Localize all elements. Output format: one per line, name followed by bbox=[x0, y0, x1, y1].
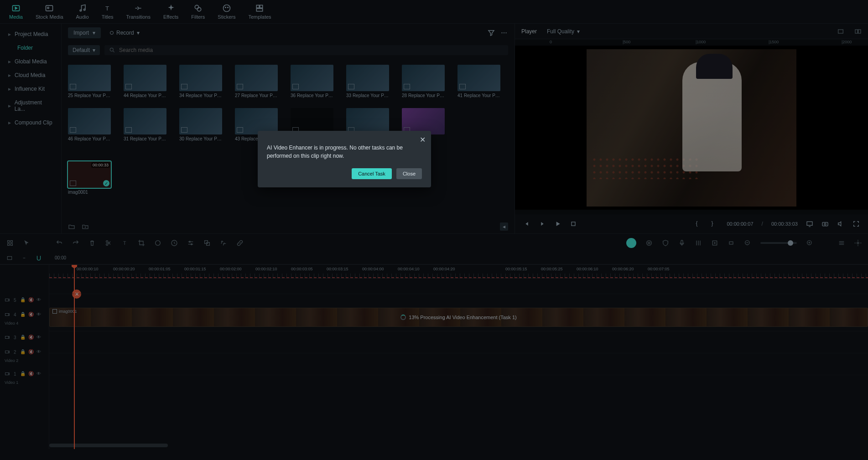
track-head-1[interactable]: 1🔒🔇👁Video 1 bbox=[0, 367, 49, 389]
folder-add-icon[interactable] bbox=[82, 223, 89, 230]
sort-dropdown[interactable]: Default▾ bbox=[68, 45, 100, 55]
track-row[interactable] bbox=[49, 331, 868, 353]
prev-frame-icon[interactable] bbox=[523, 220, 530, 227]
track-head-3[interactable]: 3🔒🔇👁 bbox=[0, 330, 49, 345]
list-icon[interactable] bbox=[838, 239, 845, 247]
sidebar-item-adjustment-layer[interactable]: ▸Adjustment La... bbox=[0, 96, 61, 116]
tab-stickers[interactable]: Stickers bbox=[218, 4, 235, 20]
lock-track-icon[interactable] bbox=[6, 255, 13, 261]
media-item[interactable]: 27 Replace Your Photo bbox=[235, 65, 278, 98]
tab-titles[interactable]: T Titles bbox=[102, 4, 114, 20]
folder-icon[interactable] bbox=[68, 223, 75, 230]
target-icon[interactable] bbox=[645, 239, 653, 247]
ratio-icon[interactable] bbox=[837, 28, 844, 35]
media-item[interactable]: 34 Replace Your Photo bbox=[179, 65, 222, 98]
eye-icon[interactable]: 👁 bbox=[36, 312, 42, 317]
cancel-task-button[interactable]: Cancel Task bbox=[352, 168, 392, 179]
sidebar-item-global-media[interactable]: ▸Global Media bbox=[0, 55, 61, 68]
split-icon[interactable] bbox=[105, 239, 112, 247]
record-button[interactable]: Record▾ bbox=[105, 27, 144, 38]
eye-icon[interactable]: 👁 bbox=[36, 349, 42, 355]
lock-icon[interactable]: 🔒 bbox=[20, 371, 26, 377]
zoom-slider[interactable] bbox=[760, 242, 797, 244]
link-track-icon[interactable] bbox=[21, 255, 27, 261]
stop-icon[interactable] bbox=[570, 220, 577, 227]
video-clip[interactable]: imag0001 13% Processing AI Video Enhance… bbox=[49, 308, 868, 327]
mute-icon[interactable]: 🔇 bbox=[28, 371, 34, 377]
delete-icon[interactable] bbox=[88, 239, 96, 247]
quality-dropdown[interactable]: Full Quality▾ bbox=[547, 28, 580, 35]
adjust-icon[interactable] bbox=[187, 239, 194, 247]
track-head-2[interactable]: 2🔒🔇👁Video 2 bbox=[0, 345, 49, 367]
close-icon[interactable]: ✕ bbox=[420, 135, 426, 144]
media-item[interactable]: 36 Replace Your Photo bbox=[291, 65, 333, 98]
mic-icon[interactable] bbox=[678, 239, 686, 247]
eye-icon[interactable]: 👁 bbox=[36, 335, 42, 340]
media-item-selected[interactable]: 00:00:33 ✓ imag0001 bbox=[68, 161, 111, 195]
zoom-out-icon[interactable] bbox=[744, 239, 751, 247]
tab-media[interactable]: Media bbox=[9, 4, 23, 20]
player-canvas[interactable] bbox=[515, 46, 868, 210]
undo-icon[interactable] bbox=[56, 239, 63, 247]
lock-icon[interactable]: 🔒 bbox=[20, 297, 26, 303]
mark-in-icon[interactable]: { bbox=[696, 220, 703, 227]
sidebar-item-project-media[interactable]: ▸Project Media bbox=[0, 27, 61, 41]
sidebar-item-compound-clip[interactable]: ▸Compound Clip bbox=[0, 116, 61, 129]
horizontal-scrollbar[interactable] bbox=[49, 444, 168, 447]
redo-icon[interactable] bbox=[72, 239, 79, 247]
media-item[interactable]: 25 Replace Your Photo bbox=[68, 65, 111, 98]
speed-icon[interactable] bbox=[171, 239, 178, 247]
text-icon[interactable]: T bbox=[121, 239, 129, 247]
media-item[interactable]: 28 Replace Your Photo bbox=[402, 65, 445, 98]
mixer-icon[interactable] bbox=[695, 239, 702, 247]
group-icon[interactable] bbox=[203, 239, 211, 247]
track-head-4[interactable]: 4🔒🔇👁Video 4 bbox=[0, 308, 49, 330]
mute-icon[interactable]: 🔇 bbox=[28, 312, 34, 317]
timeline-ruler[interactable]: 00:00:00:10 00:00:00:20 00:00:01:05 00:0… bbox=[49, 265, 868, 279]
media-item[interactable]: 33 Replace Your Photo bbox=[346, 65, 389, 98]
color-wheel-icon[interactable] bbox=[626, 238, 636, 248]
compare-icon[interactable] bbox=[854, 28, 862, 35]
sidebar-item-cloud-media[interactable]: ▸Cloud Media bbox=[0, 68, 61, 82]
mute-icon[interactable]: 🔇 bbox=[28, 335, 34, 340]
lock-icon[interactable]: 🔒 bbox=[20, 349, 26, 355]
track-head-5[interactable]: 5🔒🔇👁 bbox=[0, 292, 49, 308]
media-item[interactable]: 44 Replace Your Photo bbox=[124, 65, 166, 98]
playhead[interactable] bbox=[74, 265, 75, 449]
track-row[interactable] bbox=[49, 353, 868, 375]
more-icon[interactable] bbox=[500, 29, 508, 37]
keyframe-icon[interactable] bbox=[728, 239, 735, 247]
volume-icon[interactable] bbox=[837, 220, 844, 227]
tab-transitions[interactable]: Transitions bbox=[126, 4, 151, 20]
mark-out-icon[interactable]: } bbox=[711, 220, 718, 227]
media-item[interactable]: 30 Replace Your Photo bbox=[179, 108, 222, 141]
shield-icon[interactable] bbox=[662, 239, 669, 247]
tab-templates[interactable]: Templates bbox=[248, 4, 271, 20]
play-icon[interactable] bbox=[554, 220, 561, 227]
monitor-icon[interactable] bbox=[806, 220, 813, 227]
media-item[interactable]: 31 Replace Your Photo bbox=[124, 108, 166, 141]
collapse-icon[interactable]: ◂ bbox=[500, 222, 508, 231]
fullscreen-icon[interactable] bbox=[852, 220, 860, 227]
settings-icon[interactable] bbox=[854, 239, 862, 247]
search-input[interactable] bbox=[119, 47, 504, 53]
lock-icon[interactable]: 🔒 bbox=[20, 312, 26, 317]
mute-icon[interactable]: 🔇 bbox=[28, 297, 34, 303]
marker-add-icon[interactable] bbox=[711, 239, 718, 247]
mute-icon[interactable]: 🔇 bbox=[28, 349, 34, 355]
cursor-icon[interactable] bbox=[23, 239, 30, 247]
close-button[interactable]: Close bbox=[396, 168, 422, 179]
media-item[interactable]: 46 Replace Your Photo bbox=[68, 108, 111, 141]
zoom-in-icon[interactable] bbox=[806, 239, 813, 247]
track-area[interactable]: 00:00:00:10 00:00:00:20 00:00:01:05 00:0… bbox=[49, 265, 868, 449]
lock-icon[interactable]: 🔒 bbox=[20, 335, 26, 340]
sidebar-item-influence-kit[interactable]: ▸Influence Kit bbox=[0, 82, 61, 96]
player-timebar[interactable] bbox=[515, 210, 868, 214]
chain-icon[interactable] bbox=[236, 239, 244, 247]
tab-audio[interactable]: Audio bbox=[76, 4, 89, 20]
snapshot-icon[interactable] bbox=[821, 220, 829, 227]
sidebar-item-folder[interactable]: Folder bbox=[0, 41, 61, 55]
import-button[interactable]: Import▾ bbox=[68, 27, 101, 38]
link-icon[interactable] bbox=[154, 239, 161, 247]
crop-icon[interactable] bbox=[138, 239, 145, 247]
